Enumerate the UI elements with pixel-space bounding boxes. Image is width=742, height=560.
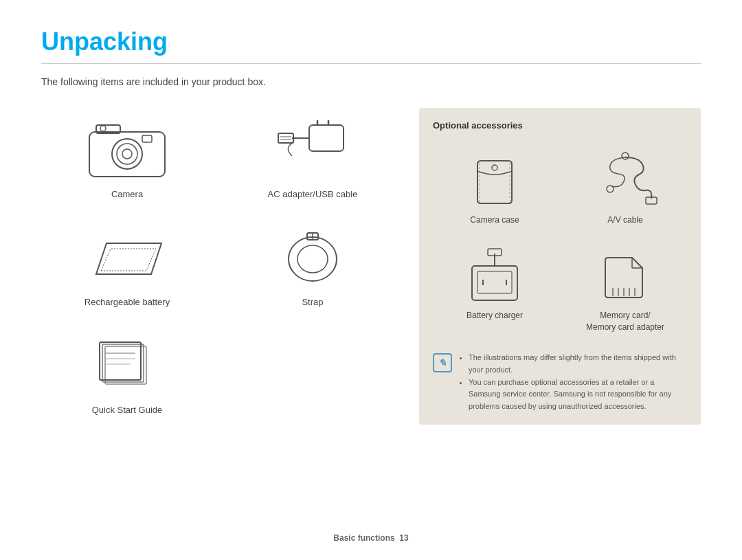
opt-memory-card: Memory card/ Memory card adapter	[563, 238, 687, 339]
optional-title: Optional accessories	[433, 120, 687, 131]
item-camera: Camera	[41, 108, 213, 209]
subtitle: The following items are included in your…	[41, 76, 701, 87]
svg-point-26	[492, 165, 497, 170]
svg-point-28	[622, 153, 629, 159]
footer: Basic functions 13	[333, 533, 408, 543]
svg-point-29	[607, 186, 614, 192]
page-content: Unpacking The following items are includ…	[0, 0, 742, 445]
page-title: Unpacking	[41, 27, 701, 56]
note-item-1: The illustrations may differ slightly fr…	[469, 352, 687, 376]
notes-section: ✎ The illustrations may differ slightly …	[433, 352, 687, 412]
item-guide: Quick Start Guide	[41, 324, 213, 425]
ac-adapter-label: AC adapter/USB cable	[268, 189, 358, 199]
optional-grid: Camera case	[433, 143, 687, 338]
note-item-2: You can purchase optional accessories at…	[469, 377, 687, 413]
guide-icon-area	[82, 331, 172, 399]
footer-label: Basic functions	[333, 533, 394, 543]
battery-charger-label: Battery charger	[466, 310, 523, 322]
battery-icon-area	[82, 223, 172, 291]
optional-accessories-box: Optional accessories	[419, 108, 701, 425]
battery-charger-icon	[457, 244, 532, 306]
svg-rect-22	[100, 342, 141, 380]
strap-icon-area	[268, 223, 357, 291]
strap-label: Strap	[302, 297, 323, 307]
svg-rect-7	[309, 125, 344, 151]
item-ac-adapter: AC adapter/USB cable	[227, 108, 398, 209]
svg-marker-15	[101, 249, 156, 271]
camera-label: Camera	[111, 189, 143, 199]
notes-text: The illustrations may differ slightly fr…	[459, 352, 687, 412]
included-items-grid: Camera	[41, 108, 398, 425]
ac-adapter-icon-area	[268, 115, 357, 183]
memory-card-label: Memory card/ Memory card adapter	[586, 310, 664, 333]
svg-point-2	[117, 144, 137, 164]
opt-av-cable: A/V cable	[563, 143, 687, 232]
svg-point-6	[100, 126, 106, 131]
item-strap: Strap	[227, 216, 398, 317]
main-layout: Camera	[41, 108, 701, 425]
guide-label: Quick Start Guide	[92, 405, 163, 415]
svg-point-17	[297, 245, 328, 273]
memory-card-icon	[587, 244, 663, 306]
svg-rect-5	[142, 135, 152, 142]
note-icon: ✎	[433, 353, 452, 372]
camera-case-label: Camera case	[470, 214, 519, 226]
svg-point-16	[289, 237, 337, 281]
svg-point-3	[122, 149, 132, 159]
opt-battery-charger: Battery charger	[433, 238, 556, 339]
camera-case-icon	[457, 148, 532, 210]
opt-camera-case: Camera case	[433, 143, 556, 232]
footer-page: 13	[399, 533, 408, 543]
svg-rect-11	[278, 133, 293, 143]
battery-label: Rechargeable battery	[85, 297, 170, 307]
title-divider	[41, 63, 701, 64]
camera-icon-area	[82, 115, 172, 183]
item-battery: Rechargeable battery	[41, 216, 213, 317]
av-cable-label: A/V cable	[607, 214, 642, 226]
av-cable-icon	[587, 148, 663, 210]
svg-rect-21	[102, 344, 144, 382]
